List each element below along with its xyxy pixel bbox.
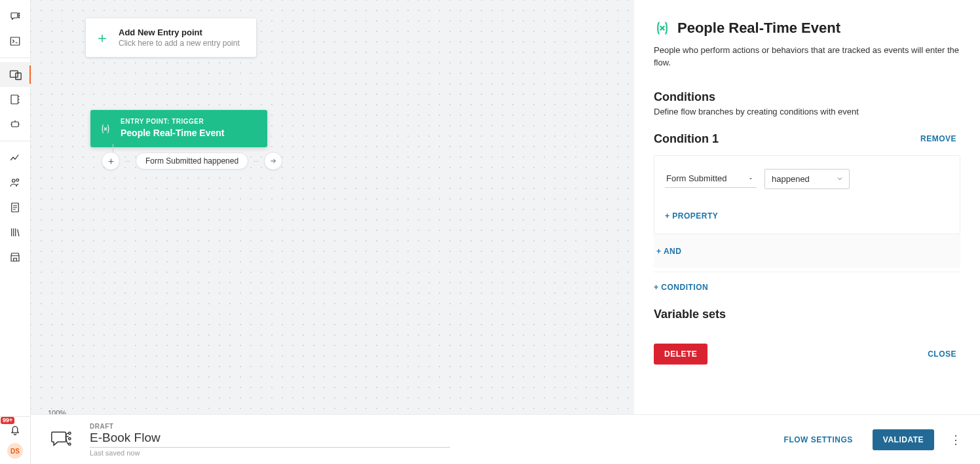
close-button[interactable]: CLOSE [924, 349, 960, 359]
svg-rect-4 [10, 71, 18, 77]
event-select[interactable]: Form Submitted [665, 170, 757, 188]
svg-rect-6 [11, 95, 18, 104]
flow-settings-button[interactable]: FLOW SETTINGS [780, 435, 857, 445]
operator-select[interactable]: happened [764, 169, 850, 189]
plus-icon: ＋ [95, 31, 109, 45]
svg-point-1 [18, 15, 20, 16]
trigger-title: People Real-Time Event [121, 128, 258, 138]
variable-icon [100, 123, 111, 135]
condition-box: Form Submitted happened + PROPERTY [654, 155, 960, 268]
trigger-node[interactable]: ENTRY POINT: TRIGGER People Real-Time Ev… [90, 110, 267, 147]
svg-point-2 [18, 17, 20, 18]
svg-point-0 [18, 13, 20, 14]
rail-terminal-icon[interactable] [0, 29, 31, 54]
condition-chip[interactable]: Form Submitted happened [136, 152, 248, 170]
flow-canvas[interactable]: ＋ Add New Entry point Click here to add … [31, 0, 634, 464]
delete-button[interactable]: DELETE [654, 344, 707, 365]
add-condition-button[interactable]: + CONDITION [654, 281, 960, 304]
avatar[interactable]: DS [7, 443, 23, 459]
conditions-heading: Conditions [654, 90, 960, 104]
rail-bot-icon[interactable] [0, 112, 31, 137]
add-property-button[interactable]: + PROPERTY [665, 205, 718, 227]
variable-icon [654, 20, 671, 37]
add-entry-title: Add New Entry point [119, 27, 247, 37]
variable-sets-heading: Variable sets [654, 308, 960, 321]
panel-description: People who perform actions or behaviors … [654, 45, 960, 69]
rail-doc-icon[interactable] [0, 195, 31, 220]
notifications-button[interactable]: 99+ [9, 423, 22, 437]
side-panel: People Real-Time Event People who perfor… [634, 0, 980, 464]
panel-title: People Real-Time Event [677, 20, 840, 37]
svg-point-11 [69, 432, 71, 434]
last-saved-text: Last saved now [90, 449, 450, 457]
svg-point-12 [69, 437, 71, 439]
flow-name-input[interactable] [90, 430, 450, 448]
svg-point-9 [16, 179, 19, 181]
rail-flow-icon[interactable] [0, 62, 31, 87]
chevron-down-icon [747, 175, 754, 182]
add-entry-subtitle: Click here to add a new entry point [119, 39, 247, 48]
trigger-overline: ENTRY POINT: TRIGGER [121, 118, 258, 125]
svg-rect-7 [12, 122, 19, 127]
left-nav-rail: 99+ DS [0, 0, 31, 464]
chevron-down-icon [836, 175, 844, 183]
bottom-bar: DRAFT Last saved now FLOW SETTINGS VALID… [31, 414, 980, 464]
rail-library-icon[interactable] [0, 220, 31, 245]
next-branch-button[interactable] [264, 152, 282, 170]
add-branch-button[interactable]: ＋ [102, 152, 120, 170]
add-entry-point-card[interactable]: ＋ Add New Entry point Click here to add … [86, 18, 256, 57]
condition-branch-row: ＋ Form Submitted happened [102, 152, 282, 170]
notification-badge: 99+ [1, 417, 14, 424]
remove-condition-button[interactable]: REMOVE [916, 134, 960, 144]
validate-button[interactable]: VALIDATE [873, 429, 934, 450]
rail-analytics-icon[interactable] [0, 145, 31, 170]
add-and-button[interactable]: + AND [655, 247, 683, 256]
flow-icon [48, 429, 74, 451]
conditions-subheading: Define flow branches by creating conditi… [654, 107, 960, 116]
svg-rect-5 [16, 73, 21, 80]
rail-messages-icon[interactable] [0, 4, 31, 29]
rail-store-icon[interactable] [0, 245, 31, 270]
condition-1-label: Condition 1 [654, 132, 719, 146]
more-menu-button[interactable]: ⋮ [950, 433, 963, 447]
svg-point-8 [12, 179, 16, 183]
rail-people-icon[interactable] [0, 170, 31, 195]
flow-status: DRAFT [90, 423, 450, 430]
svg-rect-3 [10, 37, 20, 45]
svg-point-13 [69, 443, 71, 445]
rail-contacts-icon[interactable] [0, 87, 31, 112]
